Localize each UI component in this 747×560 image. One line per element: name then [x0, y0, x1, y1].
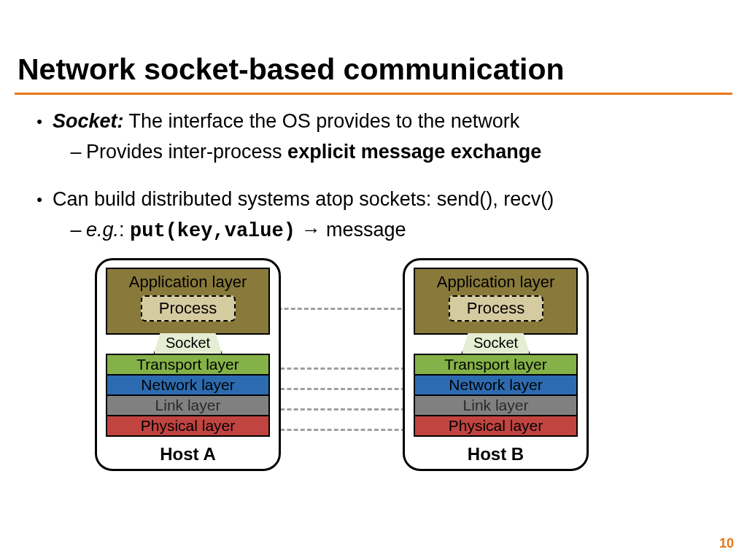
- bullet-socket-def: • Socket: The interface the OS provides …: [26, 108, 721, 134]
- host-b-network: Network layer: [414, 374, 578, 396]
- host-a-socket: Socket: [153, 333, 222, 355]
- host-b-link: Link layer: [414, 394, 578, 416]
- eg-lead: e.g.: [86, 219, 119, 241]
- host-b-app-label: Application layer: [437, 273, 554, 291]
- host-b-transport: Transport layer: [414, 354, 578, 376]
- conn-link: [274, 408, 412, 411]
- eg-arrow: →: [295, 219, 326, 241]
- build-dist-text: Can build distributed systems atop socke…: [53, 186, 554, 212]
- host-b-socket: Socket: [461, 333, 530, 355]
- conn-network: [274, 388, 412, 390]
- page-number: 10: [719, 536, 734, 551]
- page-title: Network socket-based communication: [0, 0, 747, 93]
- host-a-link: Link layer: [106, 394, 270, 416]
- bullet-provides: – Provides inter-process explicit messag…: [66, 139, 721, 165]
- host-a-process: Process: [141, 295, 236, 322]
- host-b-process: Process: [449, 295, 543, 322]
- provides-lead: Provides inter-process: [86, 141, 287, 163]
- socket-term: Socket:: [53, 110, 124, 132]
- host-a-app-layer: Application layer Process: [106, 268, 270, 335]
- host-b-app-layer: Application layer Process: [414, 268, 578, 335]
- conn-physical: [274, 429, 412, 431]
- title-rule: [15, 93, 732, 95]
- host-b-label: Host B: [414, 443, 578, 466]
- eg-rest: message: [326, 219, 406, 241]
- provides-bold: explicit message exchange: [287, 141, 541, 163]
- host-a-physical: Physical layer: [106, 415, 270, 437]
- host-a-label: Host A: [106, 443, 270, 466]
- host-a-app-label: Application layer: [129, 273, 247, 291]
- host-a-network: Network layer: [106, 374, 270, 396]
- eg-code: put(key,value): [130, 220, 295, 242]
- host-a: Application layer Process Socket Transpo…: [95, 258, 281, 471]
- conn-transport: [274, 368, 412, 370]
- network-diagram: Application layer Process Socket Transpo…: [74, 258, 673, 499]
- content-area: • Socket: The interface the OS provides …: [0, 108, 747, 499]
- host-b-physical: Physical layer: [414, 415, 578, 437]
- host-b: Application layer Process Socket Transpo…: [403, 258, 589, 471]
- eg-colon: :: [119, 219, 130, 241]
- host-a-transport: Transport layer: [106, 354, 270, 376]
- bullet-build-dist: • Can build distributed systems atop soc…: [26, 186, 721, 212]
- socket-def-text: The interface the OS provides to the net…: [124, 110, 520, 132]
- bullet-eg: – e.g.: put(key,value) → message: [66, 217, 721, 244]
